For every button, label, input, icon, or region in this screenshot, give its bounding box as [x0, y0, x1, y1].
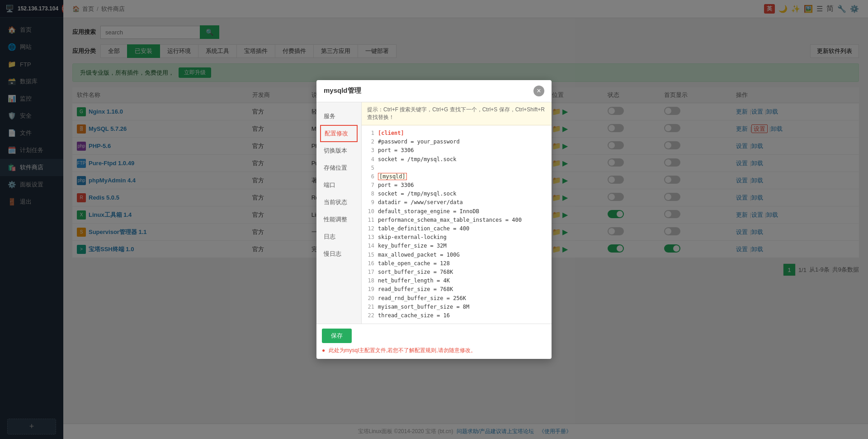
line-content: #password = your_password: [378, 138, 548, 146]
line-content: socket = /tmp/mysql.sock: [378, 155, 548, 164]
line-number: 7: [365, 181, 374, 190]
line-number: 4: [365, 155, 374, 164]
line-content: port = 3306: [378, 146, 548, 155]
modal-nav-storage[interactable]: 存储位置: [316, 159, 361, 177]
code-line: 11 performance_schema_max_table_instance…: [365, 216, 548, 224]
line-content: myisam_sort_buffer_size = 8M: [378, 303, 548, 311]
code-line: 19 read_buffer_size = 768K: [365, 285, 548, 294]
line-content: read_rnd_buffer_size = 256K: [378, 294, 548, 303]
note-dot: ●: [322, 347, 325, 353]
modal-title: mysqld管理: [324, 86, 361, 95]
modal-nav-version[interactable]: 切换版本: [316, 142, 361, 159]
line-number: 3: [365, 146, 374, 155]
code-line: 4 socket = /tmp/mysql.sock: [365, 155, 548, 164]
modal-nav-status[interactable]: 当前状态: [316, 194, 361, 211]
line-content: port = 3306: [378, 181, 548, 190]
line-number: 15: [365, 251, 374, 259]
line-content: performance_schema_max_table_instances =…: [378, 216, 548, 224]
code-editor[interactable]: 1 [client] 2 #password = your_password 3…: [362, 125, 552, 324]
code-line: 3 port = 3306: [365, 146, 548, 155]
modal-footer: 保存 ● 此处为mysql主配置文件,若您不了解配置规则,请勿随意修改。: [316, 324, 552, 359]
code-line: 7 port = 3306: [365, 181, 548, 190]
line-number: 11: [365, 216, 374, 224]
line-content: [378, 164, 548, 172]
code-line: 5: [365, 164, 548, 172]
line-number: 5: [365, 164, 374, 172]
code-line: 14 key_buffer_size = 32M: [365, 242, 548, 250]
line-number: 20: [365, 294, 374, 303]
line-content: default_storage_engine = InnoDB: [378, 207, 548, 216]
code-line: 12 table_definition_cache = 400: [365, 224, 548, 233]
modal-nav-service[interactable]: 服务: [316, 108, 361, 125]
code-line: 2 #password = your_password: [365, 138, 548, 146]
modal-nav: 服务 配置修改 切换版本 存储位置 端口 当前状态 性能调整 日志 慢日志: [316, 102, 362, 324]
code-line: 13 skip-external-locking: [365, 233, 548, 242]
line-content: key_buffer_size = 32M: [378, 242, 548, 250]
code-line: 18 net_buffer_length = 4K: [365, 277, 548, 285]
code-line: 8 socket = /tmp/mysql.sock: [365, 190, 548, 198]
line-content: table_definition_cache = 400: [378, 224, 548, 233]
modal-body: 服务 配置修改 切换版本 存储位置 端口 当前状态 性能调整 日志 慢日志 提示…: [316, 102, 552, 324]
modal-header: mysqld管理 ×: [316, 80, 552, 102]
note-text: 此处为mysql主配置文件,若您不了解配置规则,请勿随意修改。: [329, 347, 476, 353]
line-number: 1: [365, 129, 374, 138]
line-content: read_buffer_size = 768K: [378, 285, 548, 294]
line-number: 6: [365, 172, 374, 181]
modal-hint: 提示：Ctrl+F 搜索关键字，Ctrl+G 查找下一个，Ctrl+S 保存，C…: [362, 102, 552, 125]
line-number: 18: [365, 277, 374, 285]
line-content: sort_buffer_size = 768K: [378, 268, 548, 277]
modal-nav-log[interactable]: 日志: [316, 228, 361, 245]
code-line: 16 table_open_cache = 128: [365, 259, 548, 268]
line-content: [mysqld]: [378, 172, 548, 181]
line-content: datadir = /www/server/data: [378, 198, 548, 207]
modal-nav-port[interactable]: 端口: [316, 177, 361, 194]
line-number: 16: [365, 259, 374, 268]
code-line: 10 default_storage_engine = InnoDB: [365, 207, 548, 216]
line-number: 12: [365, 224, 374, 233]
modal-main: 提示：Ctrl+F 搜索关键字，Ctrl+G 查找下一个，Ctrl+S 保存，C…: [362, 102, 552, 324]
modal-note: ● 此处为mysql主配置文件,若您不了解配置规则,请勿随意修改。: [322, 347, 546, 354]
code-line: 21 myisam_sort_buffer_size = 8M: [365, 303, 548, 311]
code-line: 15 max_allowed_packet = 100G: [365, 251, 548, 259]
line-number: 22: [365, 311, 374, 320]
line-content: table_open_cache = 128: [378, 259, 548, 268]
modal: mysqld管理 × 服务 配置修改 切换版本 存储位置 端口 当前状态 性能调…: [316, 80, 552, 359]
modal-close-button[interactable]: ×: [533, 86, 544, 96]
line-number: 2: [365, 138, 374, 146]
modal-overlay[interactable]: mysqld管理 × 服务 配置修改 切换版本 存储位置 端口 当前状态 性能调…: [0, 0, 868, 439]
line-number: 13: [365, 233, 374, 242]
code-line: 22 thread_cache_size = 16: [365, 311, 548, 320]
line-content: skip-external-locking: [378, 233, 548, 242]
line-content: [client]: [378, 129, 548, 138]
code-line: 1 [client]: [365, 129, 548, 138]
line-content: socket = /tmp/mysql.sock: [378, 190, 548, 198]
line-number: 14: [365, 242, 374, 250]
line-number: 10: [365, 207, 374, 216]
line-number: 17: [365, 268, 374, 277]
line-content: thread_cache_size = 16: [378, 311, 548, 320]
code-line: 17 sort_buffer_size = 768K: [365, 268, 548, 277]
line-number: 21: [365, 303, 374, 311]
modal-nav-slowlog[interactable]: 慢日志: [316, 245, 361, 262]
modal-nav-config[interactable]: 配置修改: [320, 125, 358, 142]
modal-nav-perf[interactable]: 性能调整: [316, 211, 361, 228]
line-number: 9: [365, 198, 374, 207]
code-line: 20 read_rnd_buffer_size = 256K: [365, 294, 548, 303]
line-number: 19: [365, 285, 374, 294]
code-line: 9 datadir = /www/server/data: [365, 198, 548, 207]
code-line: 6 [mysqld]: [365, 172, 548, 181]
line-number: 8: [365, 190, 374, 198]
save-button[interactable]: 保存: [322, 329, 352, 343]
line-content: net_buffer_length = 4K: [378, 277, 548, 285]
line-content: max_allowed_packet = 100G: [378, 251, 548, 259]
